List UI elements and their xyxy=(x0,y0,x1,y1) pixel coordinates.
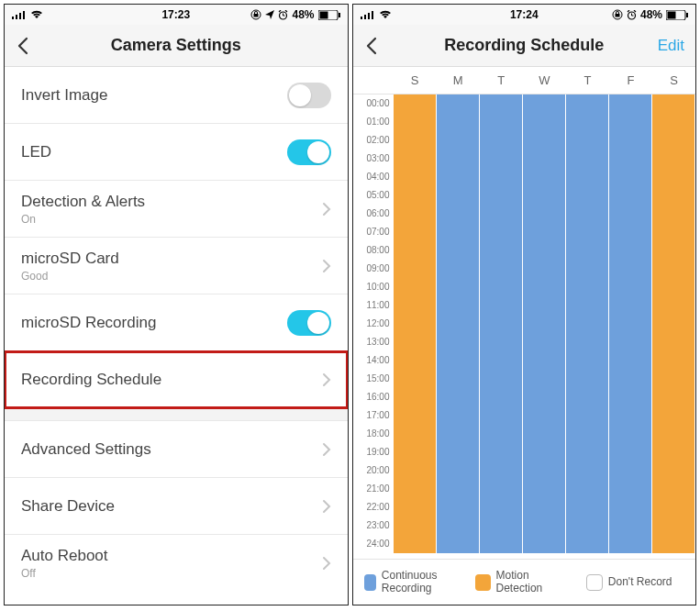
schedule-cell[interactable] xyxy=(437,443,479,461)
schedule-cell[interactable] xyxy=(394,296,436,315)
schedule-cell[interactable] xyxy=(437,278,479,296)
schedule-cell[interactable] xyxy=(566,223,608,241)
schedule-cell[interactable] xyxy=(523,498,565,517)
schedule-cell[interactable] xyxy=(652,260,694,278)
schedule-cell[interactable] xyxy=(652,296,694,315)
schedule-cell[interactable] xyxy=(523,480,565,498)
schedule-cell[interactable] xyxy=(609,388,651,406)
schedule-cell[interactable] xyxy=(437,333,479,351)
schedule-cell[interactable] xyxy=(566,315,608,333)
schedule-cell[interactable] xyxy=(394,94,436,113)
schedule-cell[interactable] xyxy=(609,443,651,461)
schedule-cell[interactable] xyxy=(480,498,522,517)
row-advanced-settings[interactable]: Advanced Settings xyxy=(5,421,348,478)
schedule-cell[interactable] xyxy=(523,278,565,296)
schedule-cell[interactable] xyxy=(437,260,479,278)
schedule-cell[interactable] xyxy=(566,260,608,278)
schedule-cell[interactable] xyxy=(394,186,436,205)
schedule-cell[interactable] xyxy=(480,94,522,113)
schedule-cell[interactable] xyxy=(437,351,479,370)
row-microsd-recording[interactable]: microSD Recording xyxy=(5,294,348,351)
schedule-cell[interactable] xyxy=(480,443,522,461)
schedule-cell[interactable] xyxy=(394,498,436,517)
schedule-cell[interactable] xyxy=(480,535,522,553)
schedule-cell[interactable] xyxy=(394,260,436,278)
schedule-cell[interactable] xyxy=(652,443,694,461)
schedule-cell[interactable] xyxy=(523,406,565,425)
schedule-cell[interactable] xyxy=(523,223,565,241)
schedule-cell[interactable] xyxy=(609,498,651,517)
schedule-cell[interactable] xyxy=(652,168,694,186)
schedule-cell[interactable] xyxy=(609,131,651,150)
schedule-cell[interactable] xyxy=(523,535,565,553)
schedule-cell[interactable] xyxy=(394,113,436,131)
row-auto-reboot[interactable]: Auto Reboot Off xyxy=(5,535,348,592)
schedule-day-column[interactable] xyxy=(480,94,523,559)
schedule-cell[interactable] xyxy=(394,278,436,296)
schedule-cell[interactable] xyxy=(652,94,694,113)
schedule-cell[interactable] xyxy=(480,113,522,131)
schedule-cell[interactable] xyxy=(523,241,565,260)
schedule-cell[interactable] xyxy=(523,205,565,223)
schedule-cell[interactable] xyxy=(609,278,651,296)
schedule-cell[interactable] xyxy=(394,517,436,535)
schedule-cell[interactable] xyxy=(437,517,479,535)
schedule-cell[interactable] xyxy=(523,186,565,205)
schedule-cell[interactable] xyxy=(609,113,651,131)
schedule-cell[interactable] xyxy=(609,370,651,388)
schedule-cell[interactable] xyxy=(523,351,565,370)
schedule-cell[interactable] xyxy=(523,388,565,406)
schedule-cell[interactable] xyxy=(480,205,522,223)
schedule-cell[interactable] xyxy=(523,443,565,461)
schedule-day-column[interactable] xyxy=(437,94,480,559)
schedule-cell[interactable] xyxy=(523,333,565,351)
schedule-cell[interactable] xyxy=(566,113,608,131)
schedule-cell[interactable] xyxy=(394,480,436,498)
schedule-cell[interactable] xyxy=(480,517,522,535)
schedule-cell[interactable] xyxy=(480,425,522,443)
schedule-cell[interactable] xyxy=(652,186,694,205)
schedule-cell[interactable] xyxy=(394,241,436,260)
schedule-cell[interactable] xyxy=(480,388,522,406)
schedule-cell[interactable] xyxy=(566,535,608,553)
schedule-cell[interactable] xyxy=(652,517,694,535)
schedule-cell[interactable] xyxy=(566,425,608,443)
schedule-cell[interactable] xyxy=(609,241,651,260)
schedule-cell[interactable] xyxy=(394,535,436,553)
schedule-cell[interactable] xyxy=(652,351,694,370)
schedule-cell[interactable] xyxy=(437,205,479,223)
schedule-cell[interactable] xyxy=(480,333,522,351)
schedule-cell[interactable] xyxy=(609,150,651,168)
schedule-cell[interactable] xyxy=(523,113,565,131)
schedule-cell[interactable] xyxy=(652,113,694,131)
schedule-cell[interactable] xyxy=(394,351,436,370)
schedule-cell[interactable] xyxy=(523,461,565,480)
schedule-cell[interactable] xyxy=(437,113,479,131)
schedule-cell[interactable] xyxy=(609,406,651,425)
schedule-cell[interactable] xyxy=(566,241,608,260)
schedule-cell[interactable] xyxy=(523,94,565,113)
schedule-cell[interactable] xyxy=(437,370,479,388)
schedule-cell[interactable] xyxy=(394,131,436,150)
schedule-cell[interactable] xyxy=(566,443,608,461)
schedule-cell[interactable] xyxy=(480,370,522,388)
schedule-cell[interactable] xyxy=(609,94,651,113)
schedule-cell[interactable] xyxy=(566,278,608,296)
row-led[interactable]: LED xyxy=(5,124,348,181)
schedule-cell[interactable] xyxy=(566,186,608,205)
schedule-cell[interactable] xyxy=(652,535,694,553)
schedule-day-column[interactable] xyxy=(394,94,437,559)
schedule-cell[interactable] xyxy=(437,131,479,150)
schedule-cell[interactable] xyxy=(437,535,479,553)
schedule-cell[interactable] xyxy=(609,186,651,205)
schedule-cell[interactable] xyxy=(437,388,479,406)
schedule-cell[interactable] xyxy=(480,278,522,296)
schedule-cell[interactable] xyxy=(480,150,522,168)
schedule-cell[interactable] xyxy=(523,150,565,168)
schedule-cell[interactable] xyxy=(523,168,565,186)
schedule-cell[interactable] xyxy=(437,296,479,315)
schedule-cell[interactable] xyxy=(609,425,651,443)
schedule-cell[interactable] xyxy=(652,278,694,296)
schedule-cell[interactable] xyxy=(480,241,522,260)
schedule-cell[interactable] xyxy=(394,223,436,241)
